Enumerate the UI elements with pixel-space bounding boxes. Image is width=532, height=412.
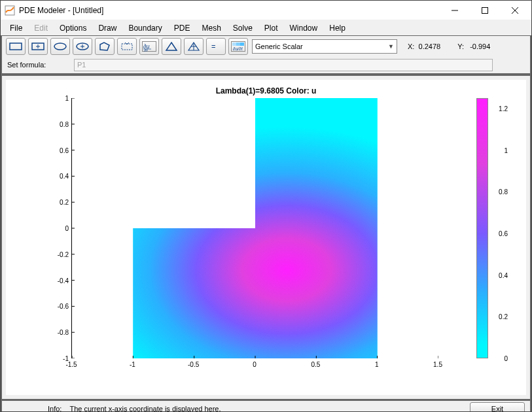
menu-pde[interactable]: PDE	[169, 22, 196, 35]
svg-rect-26	[236, 43, 240, 46]
svg-marker-13	[100, 43, 109, 50]
colorbar	[476, 98, 488, 358]
plot-button[interactable]: ∂u/∂t	[228, 38, 248, 55]
app-type-select[interactable]: Generic Scalar ▼	[252, 39, 397, 54]
info-label: Info:	[48, 405, 62, 412]
app-type-label: Generic Scalar	[255, 43, 303, 50]
plot-region	[71, 98, 438, 358]
formula-input[interactable]	[74, 59, 493, 71]
menu-edit: Edit	[29, 22, 53, 35]
pde-spec-button[interactable]: ∂u∂t	[139, 38, 159, 55]
y-tick-labels: -1 -0.8 -0.6 -0.4 -0.2 0 0.2 0.4 0.6 0.8…	[45, 98, 69, 358]
canvas-area: Lambda(1)=9.6805 Color: u	[1, 75, 531, 400]
menu-draw[interactable]: Draw	[93, 22, 122, 35]
minimize-button[interactable]	[440, 1, 470, 20]
x-tick-labels: -1.5 -1 -0.5 0 0.5 1 1.5	[71, 361, 438, 370]
axes[interactable]: Lambda(1)=9.6805 Color: u	[6, 80, 526, 395]
rect-corner-button[interactable]	[6, 38, 26, 55]
coord-x-value: 0.2478	[419, 43, 441, 50]
svg-text:∂u/∂t: ∂u/∂t	[233, 46, 243, 51]
coord-readout: X: 0.2478 Y: -0.994	[408, 43, 490, 50]
svg-rect-27	[240, 43, 244, 46]
svg-point-9	[54, 43, 66, 50]
menubar: File Edit Options Draw Boundary PDE Mesh…	[1, 20, 531, 35]
svg-rect-5	[10, 43, 22, 50]
menu-boundary[interactable]: Boundary	[123, 22, 167, 35]
svg-rect-25	[232, 43, 236, 46]
solve-button[interactable]: =	[206, 38, 226, 55]
boundary-mode-button[interactable]	[117, 38, 137, 55]
app-icon	[5, 5, 15, 16]
chart-title: Lambda(1)=9.6805 Color: u	[6, 86, 526, 95]
refine-mesh-button[interactable]	[184, 38, 204, 55]
close-button[interactable]	[500, 1, 530, 20]
chevron-down-icon: ▼	[388, 43, 394, 50]
maximize-button[interactable]	[470, 1, 500, 20]
svg-marker-19	[166, 43, 177, 50]
svg-text:=: =	[211, 43, 215, 50]
menu-help[interactable]: Help	[324, 22, 351, 35]
menu-window[interactable]: Window	[285, 22, 323, 35]
toolbar-panel: ∂u∂t = ∂u/∂t Generic Scalar ▼ X: 0.2478 …	[1, 35, 531, 75]
svg-rect-2	[482, 7, 488, 13]
menu-file[interactable]: File	[5, 22, 27, 35]
formula-row: Set formula:	[2, 56, 530, 73]
toolbar: ∂u∂t = ∂u/∂t Generic Scalar ▼ X: 0.2478 …	[2, 36, 530, 56]
menu-plot[interactable]: Plot	[259, 22, 283, 35]
statusbar: Info: The current x-axis coordinate is d…	[1, 400, 531, 412]
coord-x-label: X:	[408, 43, 419, 50]
colorbar-tick-labels: 0 0.2 0.4 0.6 0.8 1 1.2	[491, 98, 508, 358]
info-text: The current x-axis coordinate is display…	[69, 405, 470, 412]
ellipse-center-button[interactable]	[73, 38, 92, 55]
formula-label: Set formula:	[7, 61, 69, 69]
menu-options[interactable]: Options	[54, 22, 92, 35]
coord-y-value: -0.994	[470, 43, 490, 50]
window-title: PDE Modeler - [Untitled]	[19, 6, 440, 15]
menu-solve[interactable]: Solve	[228, 22, 258, 35]
titlebar: PDE Modeler - [Untitled]	[1, 1, 531, 20]
menu-mesh[interactable]: Mesh	[196, 22, 226, 35]
polygon-button[interactable]	[95, 38, 115, 55]
heatmap-surface	[72, 98, 438, 358]
coord-y-label: Y:	[457, 43, 470, 50]
init-mesh-button[interactable]	[162, 38, 181, 55]
rect-center-button[interactable]	[28, 38, 48, 55]
exit-button[interactable]: Exit	[470, 402, 525, 413]
ellipse-corner-button[interactable]	[50, 38, 70, 55]
